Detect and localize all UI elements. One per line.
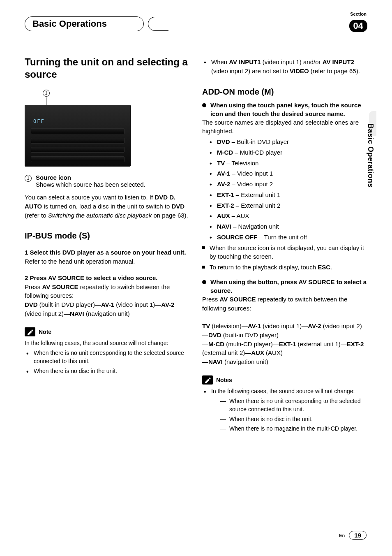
source-item: M-CD – Multi-CD player xyxy=(202,148,367,157)
right-column: When AV INPUT1 (video input 1) and/or AV… xyxy=(202,56,367,434)
page-footer: En 19 xyxy=(339,531,367,540)
device-figure: 1 OFF xyxy=(25,89,190,167)
touch-panel-body: The source names are displayed and selec… xyxy=(202,118,367,136)
source-item: DVD – Built-in DVD player xyxy=(202,137,367,146)
source-icon-desc: Shows which source has been selected. xyxy=(36,181,145,188)
chapter-title: Basic Operations xyxy=(32,19,107,29)
device-off-label: OFF xyxy=(33,118,45,124)
step-1-heading: 1 Select this DVD player as a source on … xyxy=(25,248,190,257)
source-list: DVD – Built-in DVD player M-CD – Multi-C… xyxy=(202,137,367,242)
source-item: AV-2 – Video input 2 xyxy=(202,180,367,189)
ipbus-source-sequence: DVD (built-in DVD player)—AV-1 (video in… xyxy=(25,300,190,318)
footer-language: En xyxy=(339,533,345,538)
pencil-icon xyxy=(25,327,35,336)
note-block: Note xyxy=(25,327,190,336)
footer-page-number: 19 xyxy=(349,531,367,540)
source-item: TV – Television xyxy=(202,159,367,168)
list-number-1: 1 xyxy=(25,175,32,182)
device-screenshot: OFF xyxy=(25,105,131,167)
source-item: SOURCE OFF – Turn the unit off xyxy=(202,233,367,242)
button-body: Press AV SOURCE repeatedly to switch bet… xyxy=(202,295,367,313)
button-instruction: When using the button, press AV SOURCE t… xyxy=(202,278,367,295)
top-bullet-av-input: When AV INPUT1 (video input 1) and/or AV… xyxy=(202,58,367,76)
notes-dash-3: When there is no magazine in the multi-C… xyxy=(211,424,367,433)
side-section-label: Basic Operations xyxy=(366,123,375,188)
notes-title: Notes xyxy=(216,377,232,383)
heading-turning-unit-on: Turning the unit on and selecting a sour… xyxy=(25,56,190,81)
source-item: AUX – AUX xyxy=(202,211,367,220)
source-icon-label: Source icon xyxy=(36,174,71,181)
bullet-dot-icon xyxy=(202,103,206,107)
notes-dash-2: When there is no disc in the unit. xyxy=(211,415,367,423)
source-item: EXT-2 – External unit 2 xyxy=(202,201,367,210)
left-column: Turning the unit on and selecting a sour… xyxy=(25,56,190,434)
addon-source-sequence: TV (television)—AV-1 (video input 1)—AV-… xyxy=(202,313,367,366)
step-1-body: Refer to the head unit operation manual. xyxy=(25,257,190,266)
note-bullet-1: When there is no unit corresponding to t… xyxy=(25,349,190,366)
notes-block: Notes xyxy=(202,375,367,385)
square-note-1: When the source icon is not displayed, y… xyxy=(202,243,367,262)
section-number-badge: 04 xyxy=(349,20,367,32)
section-label: Section xyxy=(350,12,367,16)
heading-addon-mode: ADD-ON mode (M) xyxy=(202,87,367,97)
notes-dash-1: When there is no unit corresponding to t… xyxy=(211,397,367,414)
source-item: AV-1 – Video input 1 xyxy=(202,169,367,178)
note-title: Note xyxy=(39,329,51,335)
notes-intro-bullet: In the following cases, the sound source… xyxy=(202,387,367,433)
note-bullet-2: When there is no disc in the unit. xyxy=(25,367,190,375)
touch-panel-instruction: When using the touch panel keys, touch t… xyxy=(202,101,367,118)
step-2-body: Press AV SOURCE repeatedly to switch bet… xyxy=(25,283,190,301)
heading-ipbus-mode: IP-BUS mode (S) xyxy=(25,231,190,241)
bullet-dot-icon xyxy=(202,280,206,284)
pencil-icon xyxy=(202,375,213,385)
callout-number: 1 xyxy=(43,90,50,97)
chapter-header: Basic Operations xyxy=(25,16,367,31)
source-item: NAVI – Navigation unit xyxy=(202,222,367,231)
step-2-heading: 2 Press AV SOURCE to select a video sour… xyxy=(25,273,190,283)
source-item: EXT-1 – External unit 1 xyxy=(202,190,367,199)
intro-paragraph: You can select a source you want to list… xyxy=(25,193,190,220)
square-note-2: To return to the playback display, touch… xyxy=(202,263,367,272)
note-intro: In the following cases, the sound source… xyxy=(25,339,190,347)
